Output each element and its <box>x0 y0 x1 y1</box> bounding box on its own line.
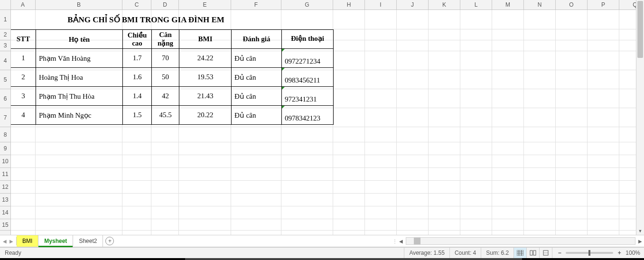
cell-height[interactable]: 1.4 <box>123 87 152 106</box>
scroll-track[interactable] <box>406 237 635 245</box>
cell-stt[interactable]: 3 <box>11 87 36 106</box>
cell-stt[interactable]: 2 <box>11 68 36 87</box>
cell-stt[interactable]: 1 <box>11 49 36 68</box>
select-all-corner[interactable] <box>0 0 11 10</box>
zoom-out-button[interactable]: − <box>556 250 563 256</box>
header-phone: Điện thoại <box>282 30 334 49</box>
bmi-table[interactable]: STT Họ tên Chiều cao Cân nặng BMI Đánh g… <box>10 29 334 125</box>
cell-weight[interactable]: 50 <box>152 68 179 87</box>
cell-content-overlay[interactable]: BẢNG CHỈ SỐ BMI TRONG GIA ĐÌNH EM STT Họ… <box>10 9 334 125</box>
cell-bmi[interactable]: 21.43 <box>179 87 232 106</box>
column-header-C[interactable]: C <box>122 0 151 9</box>
column-header-H[interactable]: H <box>333 0 365 9</box>
row-header-7[interactable]: 7 <box>0 108 10 127</box>
column-headers[interactable]: ABCDEFGHIJKLMNOPQ <box>0 0 636 10</box>
row-header-13[interactable]: 13 <box>0 194 10 206</box>
zoom-slider[interactable] <box>566 252 613 254</box>
scroll-left-icon[interactable]: ◀ <box>397 239 405 244</box>
column-header-A[interactable]: A <box>10 0 36 9</box>
cell-phone[interactable]: 0983456211 <box>282 68 334 87</box>
cell-bmi[interactable]: 20.22 <box>179 106 232 125</box>
column-header-G[interactable]: G <box>281 0 333 9</box>
sheet-tab-mysheet[interactable]: Mysheet <box>38 235 73 247</box>
column-header-N[interactable]: N <box>524 0 556 9</box>
row-header-12[interactable]: 12 <box>0 181 10 194</box>
cell-height[interactable]: 1.6 <box>123 68 152 87</box>
cell-name[interactable]: Phạm Văn Hoàng <box>36 49 123 68</box>
column-header-F[interactable]: F <box>231 0 281 9</box>
cell-eval[interactable]: Đủ cân <box>232 68 282 87</box>
view-normal-button[interactable] <box>514 248 527 258</box>
column-header-L[interactable]: L <box>460 0 492 9</box>
column-header-K[interactable]: K <box>429 0 460 9</box>
row-header-5[interactable]: 5 <box>0 70 10 89</box>
cell-weight[interactable]: 70 <box>152 49 179 68</box>
view-switcher[interactable] <box>513 248 552 258</box>
cell-stt[interactable]: 4 <box>11 106 36 125</box>
cell-eval[interactable]: Đủ cân <box>232 106 282 125</box>
row-header-3[interactable]: 3 <box>0 40 10 51</box>
row-header-9[interactable]: 9 <box>0 142 10 155</box>
sheet-tab-bar[interactable]: ◀ ▶ BMI Mysheet Sheet2 + ⋮ ◀ ▶ <box>0 235 644 247</box>
view-page-layout-button[interactable] <box>527 248 540 258</box>
row-header-6[interactable]: 6 <box>0 89 10 108</box>
zoom-control[interactable]: − + 100% <box>552 250 644 256</box>
cell-phone[interactable]: 0978342123 <box>282 106 334 125</box>
zoom-in-button[interactable]: + <box>616 250 623 256</box>
status-average: Average: 1.55 <box>404 248 449 258</box>
sheet-tab-bmi[interactable]: BMI <box>17 235 38 247</box>
vertical-scrollbar[interactable]: ▲ ▼ <box>636 0 644 235</box>
row-header-14[interactable]: 14 <box>0 206 10 219</box>
cell-phone[interactable]: 972341231 <box>282 87 334 106</box>
sheet-nav-buttons[interactable]: ◀ ▶ <box>0 235 16 247</box>
cell-eval[interactable]: Đủ cân <box>232 49 282 68</box>
table-row[interactable]: 4 Phạm Minh Ngọc 1.5 45.5 20.22 Đủ cân 0… <box>11 106 334 125</box>
row-header-11[interactable]: 11 <box>0 168 10 181</box>
row-header-4[interactable]: 4 <box>0 51 10 70</box>
cell-height[interactable]: 1.5 <box>123 106 152 125</box>
row-header-15[interactable]: 15 <box>0 219 10 231</box>
cell-name[interactable]: Phạm Minh Ngọc <box>36 106 123 125</box>
scroll-thumb[interactable] <box>414 238 420 244</box>
row-header-1[interactable]: 1 <box>0 9 10 29</box>
table-row[interactable]: 2 Hoàng Thị Hoa 1.6 50 19.53 Đủ cân 0983… <box>11 68 334 87</box>
table-row[interactable]: 1 Phạm Văn Hoàng 1.7 70 24.22 Đủ cân 097… <box>11 49 334 68</box>
scroll-thumb[interactable] <box>637 1 643 58</box>
column-header-D[interactable]: D <box>151 0 179 9</box>
column-header-M[interactable]: M <box>492 0 524 9</box>
cell-name[interactable]: Phạm Thị Thu Hòa <box>36 87 123 106</box>
cell-bmi[interactable]: 24.22 <box>179 49 232 68</box>
row-header-8[interactable]: 8 <box>0 127 10 142</box>
row-headers[interactable]: 123456789101112131415 <box>0 0 11 235</box>
cell-name[interactable]: Hoàng Thị Hoa <box>36 68 123 87</box>
column-header-B[interactable]: B <box>36 0 122 9</box>
cell-bmi[interactable]: 19.53 <box>179 68 232 87</box>
table-row[interactable]: 3 Phạm Thị Thu Hòa 1.4 42 21.43 Đủ cân 9… <box>11 87 334 106</box>
zoom-percent[interactable]: 100% <box>625 250 640 256</box>
sheet-nav-next-icon[interactable]: ▶ <box>9 239 13 244</box>
zoom-slider-knob[interactable] <box>588 250 590 256</box>
sheet-tab-sheet2[interactable]: Sheet2 <box>73 235 103 247</box>
spreadsheet-grid[interactable]: ABCDEFGHIJKLMNOPQ 123456789101112131415 … <box>0 0 644 235</box>
header-name: Họ tên <box>36 30 123 49</box>
tab-split-handle[interactable]: ⋮ <box>392 239 397 244</box>
sheet-nav-prev-icon[interactable]: ◀ <box>3 239 7 244</box>
scroll-right-icon[interactable]: ▶ <box>636 239 644 244</box>
header-bmi: BMI <box>179 30 232 49</box>
horizontal-scrollbar[interactable]: ⋮ ◀ ▶ <box>392 235 644 247</box>
view-page-break-button[interactable] <box>540 248 552 258</box>
column-header-E[interactable]: E <box>179 0 231 9</box>
row-header-10[interactable]: 10 <box>0 155 10 168</box>
column-header-P[interactable]: P <box>588 0 619 9</box>
add-sheet-button[interactable]: + <box>103 235 116 247</box>
cell-eval[interactable]: Đủ cân <box>232 87 282 106</box>
scroll-down-icon[interactable]: ▼ <box>636 227 644 235</box>
column-header-I[interactable]: I <box>365 0 397 9</box>
cell-height[interactable]: 1.7 <box>123 49 152 68</box>
column-header-J[interactable]: J <box>397 0 429 9</box>
row-header-2[interactable]: 2 <box>0 29 10 40</box>
cell-phone[interactable]: 0972271234 <box>282 49 334 68</box>
cell-weight[interactable]: 45.5 <box>152 106 179 125</box>
column-header-O[interactable]: O <box>556 0 588 9</box>
cell-weight[interactable]: 42 <box>152 87 179 106</box>
